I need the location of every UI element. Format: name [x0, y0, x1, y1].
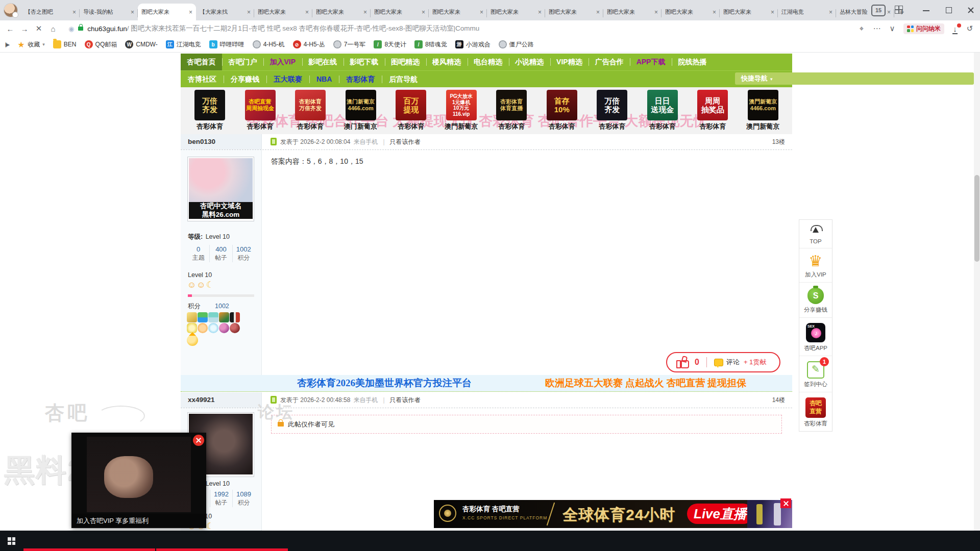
post1-like-bar[interactable]: 0 评论 + 1贡献: [666, 352, 780, 372]
tab-close-icon[interactable]: ×: [305, 9, 309, 16]
nav-item[interactable]: 影吧下载: [344, 54, 385, 70]
nav-item[interactable]: 杏吧门户: [222, 54, 263, 70]
tab-close-icon[interactable]: ×: [480, 9, 483, 16]
tab-close-icon[interactable]: ×: [363, 9, 367, 16]
popup-close-icon[interactable]: [193, 435, 204, 446]
browser-tab[interactable]: 图吧大家来×: [312, 4, 371, 20]
post1-floor[interactable]: 13楼: [772, 134, 785, 149]
nav-item[interactable]: 杏博社区: [181, 71, 224, 87]
ad-tile[interactable]: PG大放水1元爆机10万元116.vip澳門新葡京: [438, 87, 484, 134]
bookmark-item[interactable]: ⊘4-H5-丛: [293, 40, 325, 49]
browser-tab[interactable]: 图吧大家来×: [254, 4, 312, 20]
post1-username[interactable]: ben0130: [181, 134, 262, 149]
chevron-down-icon[interactable]: ∨: [885, 24, 899, 33]
only-author-link[interactable]: 只看该作者: [390, 396, 421, 404]
browser-tab[interactable]: 导读-我的帖×: [80, 4, 138, 20]
tab-close-icon[interactable]: ×: [247, 9, 251, 16]
nav-item[interactable]: APP下载: [630, 54, 672, 70]
start-button[interactable]: [0, 531, 23, 551]
scrollbar-thumb[interactable]: [974, 175, 979, 262]
bookmark-item[interactable]: /8天使计: [374, 40, 406, 49]
ad-tile[interactable]: 首存10%杏彩体育: [539, 87, 585, 134]
tab-close-icon[interactable]: ×: [829, 9, 832, 16]
nav-item[interactable]: 图吧精选: [385, 54, 426, 70]
tab-close-icon[interactable]: ×: [72, 9, 76, 16]
tab-close-icon[interactable]: ×: [713, 9, 716, 16]
vip-promo-popup[interactable]: 加入杏吧VIP 享多重福利: [71, 433, 206, 528]
mid-banner-left[interactable]: 杏彩体育2026美加墨世界杯官方投注平台: [297, 375, 472, 391]
back-icon[interactable]: ←: [3, 24, 17, 33]
bookmark-item[interactable]: 游小游戏合: [455, 40, 491, 49]
stat-column[interactable]: 400帖子: [209, 245, 232, 262]
nav-item[interactable]: 杏吧首页: [181, 54, 222, 70]
nav-item[interactable]: 小说精选: [509, 54, 550, 70]
nav-item[interactable]: 院线热播: [672, 54, 713, 70]
ad-tile[interactable]: 万倍齐发杏彩体育: [589, 87, 635, 134]
bookmark-item[interactable]: b哔哩哔哩: [209, 40, 244, 49]
nano-assistant-badge[interactable]: 问问纳米: [903, 23, 944, 34]
post2-username[interactable]: xx49921: [181, 392, 262, 408]
more-icon[interactable]: ⋯: [870, 24, 884, 33]
tab-close-icon[interactable]: ×: [596, 9, 600, 16]
stat-column[interactable]: 1089积分: [232, 490, 255, 507]
tab-close-icon[interactable]: ×: [887, 9, 891, 16]
tab-close-icon[interactable]: ×: [654, 9, 658, 16]
stat-column[interactable]: 0主题: [187, 245, 209, 262]
bookmark-item[interactable]: 僵尸公路: [499, 40, 534, 49]
bookmarks-fold-icon[interactable]: |▶: [5, 41, 9, 48]
browser-tab[interactable]: 图吧大家来×: [662, 4, 720, 20]
reading-mode-icon[interactable]: ⌖: [854, 24, 869, 33]
browser-tab[interactable]: 图吧大家来×: [487, 4, 545, 20]
browser-tab[interactable]: 【大家来找×: [196, 4, 254, 20]
ad-tile[interactable]: 杏吧直营周周抽现金杏彩体育: [237, 87, 283, 134]
nav-item[interactable]: 广告合作: [589, 54, 630, 70]
stat-column[interactable]: 1992帖子: [210, 490, 232, 507]
browser-tab[interactable]: 江湖电竞×: [778, 4, 836, 20]
ad-tile[interactable]: 澳門新葡京4466.com澳門新葡京: [740, 87, 786, 134]
browser-profile-avatar[interactable]: [4, 4, 17, 17]
bookmark-item[interactable]: /8猎魂觉: [414, 40, 447, 49]
browser-tab[interactable]: 图吧大家来×: [138, 4, 196, 20]
post1-avatar[interactable]: 杏吧中文域名黑料26.com: [187, 157, 254, 221]
sidebar-item-top[interactable]: TOP: [799, 220, 832, 248]
browser-tab[interactable]: 图吧大家来×: [603, 4, 662, 20]
bookmark-item[interactable]: BEN: [53, 40, 77, 49]
bookmark-item[interactable]: 7一号军: [333, 40, 366, 49]
nav-item[interactable]: NBA: [309, 71, 339, 87]
undo-icon[interactable]: ↺: [963, 24, 977, 33]
scrollbar-track[interactable]: [974, 53, 980, 531]
nav-item[interactable]: 杏彩体育: [339, 71, 382, 87]
site-info-icon[interactable]: ◉: [68, 25, 74, 33]
sidebar-item-share[interactable]: S分享赚钱: [799, 283, 832, 318]
browser-tab[interactable]: 图吧大家来×: [371, 4, 429, 20]
promo-video-thumbnail[interactable]: [87, 437, 191, 512]
home-icon[interactable]: ⌂: [46, 24, 60, 33]
thumbs-up-icon[interactable]: [676, 357, 690, 368]
comment-link[interactable]: 评论: [726, 358, 740, 367]
ad-tile[interactable]: 日日送现金杏彩体育: [640, 87, 685, 134]
ad-tile[interactable]: 杏彩体育万倍齐发杏彩体育: [287, 87, 333, 134]
bookmark-item[interactable]: 江江湖电竞: [166, 40, 201, 49]
nav-item[interactable]: 五大联赛: [266, 71, 309, 87]
nav-item[interactable]: 影吧在线: [302, 54, 344, 70]
ad-tile[interactable]: 杏彩体育体育直播杏彩体育: [488, 87, 534, 134]
sidebar-item-sports[interactable]: 杏吧直营杏彩体育: [799, 392, 832, 431]
tab-close-icon[interactable]: ×: [538, 9, 542, 16]
sidebar-item-app[interactable]: SEX♪杏吧APP: [799, 318, 832, 356]
nav-item[interactable]: 分享赚钱: [224, 71, 266, 87]
download-icon[interactable]: ↓: [948, 24, 962, 33]
tab-counter[interactable]: 15: [871, 5, 886, 16]
nav-item[interactable]: 楼风精选: [426, 54, 468, 70]
sidebar-item-sign[interactable]: ✎1签到中心: [799, 356, 832, 392]
bookmark-item[interactable]: ★收藏▾: [17, 40, 45, 49]
ad-tile[interactable]: 澳门新葡京4466.com澳门新葡京: [338, 87, 384, 134]
nav-item[interactable]: VIP精选: [550, 54, 589, 70]
browser-tab[interactable]: 【杏之图吧×: [21, 4, 80, 20]
stop-icon[interactable]: ✕: [32, 24, 46, 33]
tab-grid-icon[interactable]: [895, 6, 903, 14]
tab-close-icon[interactable]: ×: [189, 9, 192, 16]
only-author-link[interactable]: 只看该作者: [390, 138, 421, 145]
bookmark-item[interactable]: QQQ邮箱: [85, 40, 117, 49]
quick-nav-button[interactable]: 快捷导航▾: [735, 72, 974, 85]
browser-tab[interactable]: 图吧大家来×: [545, 4, 603, 20]
